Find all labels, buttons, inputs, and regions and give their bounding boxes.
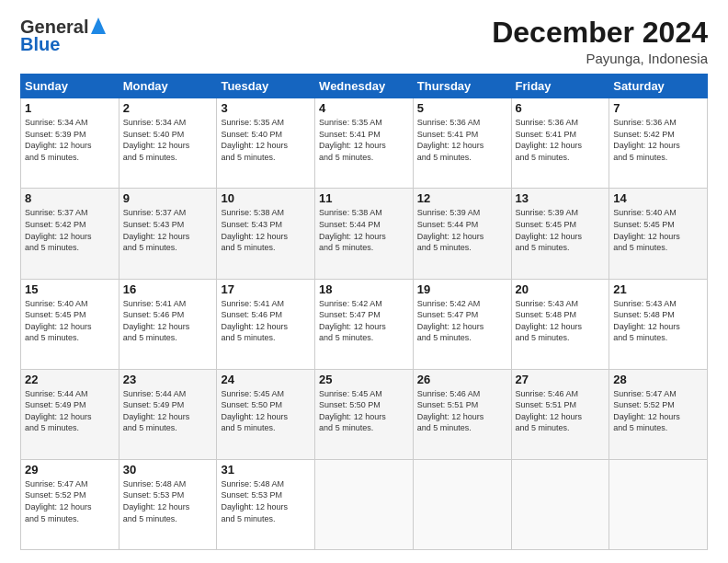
day-info: Sunrise: 5:47 AM Sunset: 5:52 PM Dayligh… xyxy=(613,388,703,434)
calendar-week-row-2: 8Sunrise: 5:37 AM Sunset: 5:42 PM Daylig… xyxy=(21,189,708,279)
calendar-cell xyxy=(413,459,511,549)
calendar-cell: 12Sunrise: 5:39 AM Sunset: 5:44 PM Dayli… xyxy=(413,189,511,279)
day-info: Sunrise: 5:41 AM Sunset: 5:46 PM Dayligh… xyxy=(123,298,213,344)
day-info: Sunrise: 5:35 AM Sunset: 5:40 PM Dayligh… xyxy=(221,117,311,163)
calendar-cell: 28Sunrise: 5:47 AM Sunset: 5:52 PM Dayli… xyxy=(609,369,708,459)
day-info: Sunrise: 5:36 AM Sunset: 5:41 PM Dayligh… xyxy=(417,117,507,163)
day-number: 8 xyxy=(25,191,115,205)
calendar-cell: 7Sunrise: 5:36 AM Sunset: 5:42 PM Daylig… xyxy=(609,98,708,189)
day-number: 17 xyxy=(221,282,311,296)
calendar-cell: 25Sunrise: 5:45 AM Sunset: 5:50 PM Dayli… xyxy=(315,369,414,459)
calendar-cell: 21Sunrise: 5:43 AM Sunset: 5:48 PM Dayli… xyxy=(609,279,708,369)
calendar-cell: 14Sunrise: 5:40 AM Sunset: 5:45 PM Dayli… xyxy=(609,189,708,279)
day-info: Sunrise: 5:43 AM Sunset: 5:48 PM Dayligh… xyxy=(613,298,703,344)
day-info: Sunrise: 5:40 AM Sunset: 5:45 PM Dayligh… xyxy=(25,298,115,344)
day-info: Sunrise: 5:40 AM Sunset: 5:45 PM Dayligh… xyxy=(613,207,703,253)
calendar-header-row: Sunday Monday Tuesday Wednesday Thursday… xyxy=(21,75,708,98)
day-info: Sunrise: 5:36 AM Sunset: 5:42 PM Dayligh… xyxy=(613,117,703,163)
calendar-cell: 10Sunrise: 5:38 AM Sunset: 5:43 PM Dayli… xyxy=(217,189,315,279)
logo: General Blue xyxy=(20,17,106,55)
calendar-cell: 13Sunrise: 5:39 AM Sunset: 5:45 PM Dayli… xyxy=(511,189,609,279)
day-number: 31 xyxy=(221,463,311,477)
day-number: 16 xyxy=(123,282,213,296)
calendar-cell: 30Sunrise: 5:48 AM Sunset: 5:53 PM Dayli… xyxy=(119,459,217,549)
day-info: Sunrise: 5:44 AM Sunset: 5:49 PM Dayligh… xyxy=(25,388,115,434)
day-number: 1 xyxy=(25,101,115,115)
day-number: 5 xyxy=(417,101,507,115)
day-number: 13 xyxy=(516,191,606,205)
day-number: 20 xyxy=(516,282,606,296)
title-section: December 2024 Payunga, Indonesia xyxy=(492,17,708,66)
day-number: 26 xyxy=(417,373,507,386)
calendar-cell: 8Sunrise: 5:37 AM Sunset: 5:42 PM Daylig… xyxy=(21,189,119,279)
day-number: 3 xyxy=(221,101,311,115)
calendar-cell: 31Sunrise: 5:48 AM Sunset: 5:53 PM Dayli… xyxy=(217,459,315,549)
calendar-cell: 1Sunrise: 5:34 AM Sunset: 5:39 PM Daylig… xyxy=(21,98,119,189)
day-number: 6 xyxy=(516,101,606,115)
day-number: 7 xyxy=(613,101,703,115)
calendar-cell: 18Sunrise: 5:42 AM Sunset: 5:47 PM Dayli… xyxy=(315,279,414,369)
day-number: 23 xyxy=(123,373,213,386)
day-info: Sunrise: 5:46 AM Sunset: 5:51 PM Dayligh… xyxy=(516,388,606,434)
logo-triangle-icon xyxy=(91,17,106,34)
page: General Blue December 2024 Payunga, Indo… xyxy=(0,0,728,563)
calendar-cell: 4Sunrise: 5:35 AM Sunset: 5:41 PM Daylig… xyxy=(315,98,414,189)
day-info: Sunrise: 5:45 AM Sunset: 5:50 PM Dayligh… xyxy=(319,388,409,434)
day-info: Sunrise: 5:47 AM Sunset: 5:52 PM Dayligh… xyxy=(25,478,115,524)
day-number: 11 xyxy=(319,191,409,205)
calendar-cell: 20Sunrise: 5:43 AM Sunset: 5:48 PM Dayli… xyxy=(511,279,609,369)
col-monday: Monday xyxy=(119,75,217,98)
calendar-cell: 15Sunrise: 5:40 AM Sunset: 5:45 PM Dayli… xyxy=(21,279,119,369)
calendar-cell: 3Sunrise: 5:35 AM Sunset: 5:40 PM Daylig… xyxy=(217,98,315,189)
calendar-cell: 26Sunrise: 5:46 AM Sunset: 5:51 PM Dayli… xyxy=(413,369,511,459)
calendar-week-row-5: 29Sunrise: 5:47 AM Sunset: 5:52 PM Dayli… xyxy=(21,459,708,549)
day-number: 14 xyxy=(613,191,703,205)
calendar-week-row-1: 1Sunrise: 5:34 AM Sunset: 5:39 PM Daylig… xyxy=(21,98,708,189)
calendar-week-row-4: 22Sunrise: 5:44 AM Sunset: 5:49 PM Dayli… xyxy=(21,369,708,459)
day-info: Sunrise: 5:41 AM Sunset: 5:46 PM Dayligh… xyxy=(221,298,311,344)
day-number: 27 xyxy=(516,373,606,386)
calendar-cell: 19Sunrise: 5:42 AM Sunset: 5:47 PM Dayli… xyxy=(413,279,511,369)
calendar-week-row-3: 15Sunrise: 5:40 AM Sunset: 5:45 PM Dayli… xyxy=(21,279,708,369)
day-info: Sunrise: 5:43 AM Sunset: 5:48 PM Dayligh… xyxy=(516,298,606,344)
calendar-cell: 22Sunrise: 5:44 AM Sunset: 5:49 PM Dayli… xyxy=(21,369,119,459)
day-number: 9 xyxy=(123,191,213,205)
day-number: 15 xyxy=(25,282,115,296)
day-info: Sunrise: 5:42 AM Sunset: 5:47 PM Dayligh… xyxy=(319,298,409,344)
calendar-cell: 9Sunrise: 5:37 AM Sunset: 5:43 PM Daylig… xyxy=(119,189,217,279)
day-info: Sunrise: 5:39 AM Sunset: 5:44 PM Dayligh… xyxy=(417,207,507,253)
day-number: 4 xyxy=(319,101,409,115)
logo-blue-text: Blue xyxy=(20,34,60,55)
calendar-cell: 27Sunrise: 5:46 AM Sunset: 5:51 PM Dayli… xyxy=(511,369,609,459)
calendar-cell xyxy=(511,459,609,549)
calendar-cell: 5Sunrise: 5:36 AM Sunset: 5:41 PM Daylig… xyxy=(413,98,511,189)
calendar-cell: 6Sunrise: 5:36 AM Sunset: 5:41 PM Daylig… xyxy=(511,98,609,189)
calendar-cell: 2Sunrise: 5:34 AM Sunset: 5:40 PM Daylig… xyxy=(119,98,217,189)
col-wednesday: Wednesday xyxy=(315,75,414,98)
day-info: Sunrise: 5:38 AM Sunset: 5:43 PM Dayligh… xyxy=(221,207,311,253)
calendar-cell: 11Sunrise: 5:38 AM Sunset: 5:44 PM Dayli… xyxy=(315,189,414,279)
day-number: 29 xyxy=(25,463,115,477)
day-info: Sunrise: 5:42 AM Sunset: 5:47 PM Dayligh… xyxy=(417,298,507,344)
day-info: Sunrise: 5:44 AM Sunset: 5:49 PM Dayligh… xyxy=(123,388,213,434)
day-number: 18 xyxy=(319,282,409,296)
day-info: Sunrise: 5:45 AM Sunset: 5:50 PM Dayligh… xyxy=(221,388,311,434)
calendar-cell xyxy=(315,459,414,549)
day-info: Sunrise: 5:34 AM Sunset: 5:40 PM Dayligh… xyxy=(123,117,213,163)
day-number: 12 xyxy=(417,191,507,205)
top-section: General Blue December 2024 Payunga, Indo… xyxy=(20,17,708,66)
day-number: 25 xyxy=(319,373,409,386)
day-number: 19 xyxy=(417,282,507,296)
day-number: 28 xyxy=(613,373,703,386)
calendar-cell xyxy=(609,459,708,549)
day-number: 30 xyxy=(123,463,213,477)
day-info: Sunrise: 5:39 AM Sunset: 5:45 PM Dayligh… xyxy=(516,207,606,253)
day-number: 2 xyxy=(123,101,213,115)
col-thursday: Thursday xyxy=(413,75,511,98)
calendar-cell: 17Sunrise: 5:41 AM Sunset: 5:46 PM Dayli… xyxy=(217,279,315,369)
calendar-cell: 16Sunrise: 5:41 AM Sunset: 5:46 PM Dayli… xyxy=(119,279,217,369)
day-info: Sunrise: 5:35 AM Sunset: 5:41 PM Dayligh… xyxy=(319,117,409,163)
calendar-cell: 23Sunrise: 5:44 AM Sunset: 5:49 PM Dayli… xyxy=(119,369,217,459)
day-number: 22 xyxy=(25,373,115,386)
month-title: December 2024 xyxy=(492,17,708,49)
